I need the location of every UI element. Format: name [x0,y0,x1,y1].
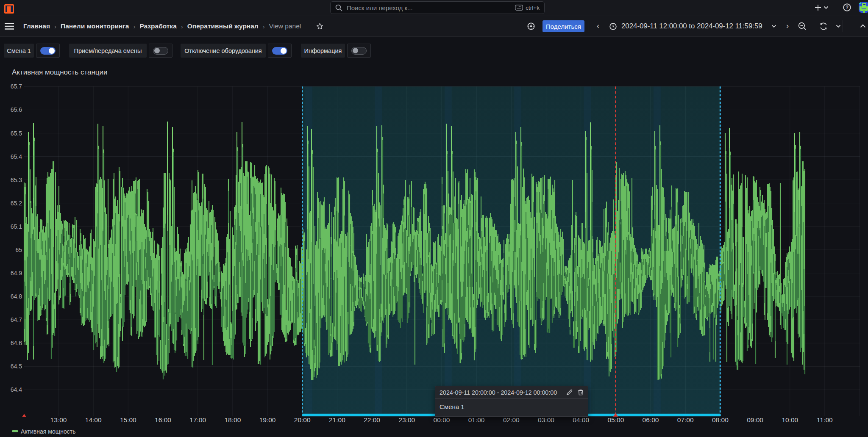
svg-text:64.7: 64.7 [11,316,22,323]
svg-text:65.7: 65.7 [11,83,22,90]
svg-text:64.5: 64.5 [11,363,22,370]
svg-text:13:00: 13:00 [50,416,67,423]
svg-text:?: ? [846,5,849,10]
svg-text:65.1: 65.1 [11,223,22,230]
svg-text:16:00: 16:00 [155,416,171,423]
svg-text:04:00: 04:00 [573,416,589,423]
svg-text:65: 65 [15,246,22,253]
svg-text:22:00: 22:00 [364,416,380,423]
svg-text:02:00: 02:00 [503,416,520,423]
svg-text:07:00: 07:00 [677,416,694,423]
svg-text:09:00: 09:00 [747,416,763,423]
svg-text:23:00: 23:00 [398,416,415,423]
svg-text:64.6: 64.6 [11,340,22,346]
svg-text:65.6: 65.6 [11,106,22,113]
svg-text:20:00: 20:00 [294,416,311,423]
svg-text:19:00: 19:00 [259,416,276,423]
svg-text:14:00: 14:00 [85,416,102,423]
svg-text:11:00: 11:00 [817,416,833,423]
svg-text:64.9: 64.9 [11,270,22,277]
svg-text:15:00: 15:00 [120,416,136,423]
svg-text:00:00: 00:00 [434,416,450,423]
svg-text:64.8: 64.8 [11,293,22,300]
svg-text:21:00: 21:00 [329,416,345,423]
svg-text:65.5: 65.5 [11,130,22,137]
svg-text:01:00: 01:00 [468,416,485,423]
svg-text:65.4: 65.4 [11,153,22,160]
svg-text:18:00: 18:00 [225,416,241,423]
svg-text:Активная мощность: Активная мощность [21,428,75,435]
svg-text:17:00: 17:00 [189,416,206,423]
svg-text:65.2: 65.2 [11,200,22,207]
svg-text:64.4: 64.4 [11,386,22,393]
svg-text:10:00: 10:00 [782,416,798,423]
svg-text:03:00: 03:00 [538,416,554,423]
svg-text:05:00: 05:00 [608,416,624,423]
svg-text:08:00: 08:00 [712,416,729,423]
svg-text:65.3: 65.3 [11,177,22,183]
svg-text:06:00: 06:00 [643,416,659,423]
